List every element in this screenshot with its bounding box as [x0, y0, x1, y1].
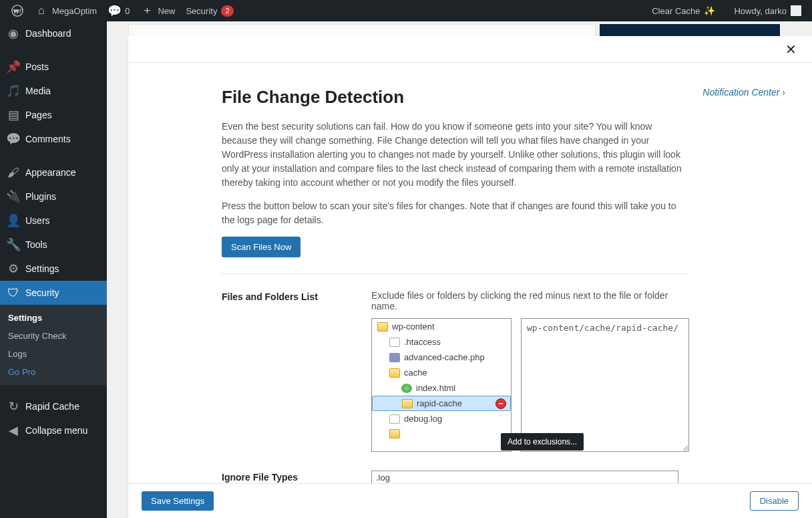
new-content-link[interactable]: +New: [135, 0, 180, 21]
clear-cache-label: Clear Cache: [652, 6, 700, 16]
folder-icon: [389, 429, 400, 438]
menu-label: Appearance: [25, 167, 76, 178]
tree-file-advanced-cache[interactable]: advanced-cache.php: [372, 350, 511, 365]
files-folders-label: Files and Folders List: [222, 290, 355, 452]
pin-icon: 📌: [7, 60, 20, 74]
security-bar-label: Security: [186, 6, 217, 16]
user-icon: 👤: [7, 214, 20, 227]
menu-label: Media: [25, 86, 51, 96]
html-icon: [401, 384, 412, 393]
gear-icon: ⚙: [7, 262, 20, 275]
submenu-logs[interactable]: Logs: [0, 345, 107, 363]
rapid-cache-icon: ↻: [7, 400, 20, 413]
exclude-button[interactable]: −: [495, 398, 506, 409]
comments-link[interactable]: 💬0: [102, 0, 135, 21]
exclusions-textarea[interactable]: [521, 318, 689, 452]
menu-comments[interactable]: 💬Comments: [0, 127, 107, 151]
collapse-label: Collapse menu: [25, 425, 87, 436]
avatar: [791, 5, 801, 16]
disable-button[interactable]: Disable: [750, 491, 799, 511]
modal-header: ✕: [128, 36, 812, 63]
page-title: File Change Detection: [222, 87, 689, 108]
comment-icon: 💬: [7, 132, 20, 146]
new-label: New: [158, 6, 175, 16]
menu-security[interactable]: 🛡Security: [0, 281, 107, 305]
shield-icon: 🛡: [7, 286, 20, 299]
media-icon: 🎵: [7, 84, 20, 98]
file-icon: [389, 414, 400, 424]
description-2: Press the button below to scan your site…: [222, 199, 689, 227]
collapse-icon: ◀: [7, 424, 20, 437]
plug-icon: 🔌: [7, 190, 20, 203]
files-folders-setting: Files and Folders List Exclude files or …: [222, 290, 689, 452]
tree-file-index-html[interactable]: index.html: [372, 380, 511, 396]
home-icon: ⌂: [35, 4, 48, 17]
scan-files-button[interactable]: Scan Files Now: [222, 237, 300, 257]
ignore-filetypes-setting: Ignore File Types .log .mo: [222, 471, 689, 483]
folder-icon: [402, 399, 413, 408]
tree-item-more[interactable]: [372, 426, 511, 441]
menu-posts[interactable]: 📌Posts: [0, 55, 107, 79]
menu-label: Comments: [25, 134, 71, 144]
menu-label: Users: [25, 215, 50, 226]
close-button[interactable]: ✕: [783, 41, 799, 57]
filetypes-textarea[interactable]: .log .mo: [371, 471, 678, 483]
save-settings-button[interactable]: Save Settings: [142, 491, 214, 511]
tree-folder-wp-content[interactable]: wp-content: [372, 319, 511, 334]
collapse-menu[interactable]: ◀Collapse menu: [0, 418, 107, 442]
brush-icon: 🖌: [7, 166, 20, 179]
folder-icon: [389, 368, 400, 378]
wordpress-icon: [11, 4, 24, 17]
security-submenu: Settings Security Check Logs Go Pro: [0, 305, 107, 385]
modal-body[interactable]: Notification Center File Change Detectio…: [128, 63, 812, 483]
menu-tools[interactable]: 🔧Tools: [0, 233, 107, 257]
menu-label: Security: [25, 287, 59, 298]
dashboard-icon: ◉: [7, 27, 20, 40]
tree-file-debug-log[interactable]: debug.log: [372, 411, 511, 426]
site-name-label: MegaOptim: [52, 6, 97, 16]
menu-settings[interactable]: ⚙Settings: [0, 257, 107, 281]
submenu-settings[interactable]: Settings: [0, 309, 107, 327]
menu-label: Plugins: [25, 191, 56, 202]
menu-media[interactable]: 🎵Media: [0, 79, 107, 103]
page-icon: ▤: [7, 108, 20, 122]
menu-label: Posts: [25, 61, 49, 72]
php-icon: [389, 353, 400, 362]
description-1: Even the best security solutions can fai…: [222, 120, 689, 190]
menu-users[interactable]: 👤Users: [0, 209, 107, 233]
submenu-security-check[interactable]: Security Check: [0, 327, 107, 345]
menu-pages[interactable]: ▤Pages: [0, 103, 107, 127]
greeting-label: Howdy, darko: [734, 6, 787, 16]
broom-icon: ✨: [704, 5, 715, 16]
file-tree[interactable]: wp-content .htaccess advanced-cache.php …: [371, 318, 512, 452]
security-link[interactable]: Security2: [180, 0, 238, 21]
menu-label: Settings: [25, 263, 59, 274]
menu-rapid-cache[interactable]: ↻Rapid Cache: [0, 394, 107, 418]
main-content-area: ✕ Notification Center File Change Detect…: [107, 21, 812, 518]
admin-top-bar: ⌂MegaOptim 💬0 +New Security2 Clear Cache…: [0, 0, 812, 21]
admin-sidebar: ◉Dashboard 📌Posts 🎵Media ▤Pages 💬Comment…: [0, 21, 107, 518]
notification-center-link[interactable]: Notification Center: [702, 87, 785, 98]
wrench-icon: 🔧: [7, 238, 20, 251]
settings-modal: ✕ Notification Center File Change Detect…: [128, 36, 812, 518]
menu-dashboard[interactable]: ◉Dashboard: [0, 21, 107, 45]
tree-folder-cache[interactable]: cache: [372, 365, 511, 380]
separator: [222, 273, 689, 274]
menu-appearance[interactable]: 🖌Appearance: [0, 160, 107, 184]
security-badge: 2: [221, 5, 233, 17]
menu-label: Dashboard: [25, 28, 71, 39]
modal-footer: Save Settings Disable: [128, 483, 812, 518]
tree-file-htaccess[interactable]: .htaccess: [372, 334, 511, 350]
submenu-go-pro[interactable]: Go Pro: [0, 363, 107, 381]
site-home-link[interactable]: ⌂MegaOptim: [29, 0, 102, 21]
files-folders-help: Exclude files or folders by clicking the…: [371, 290, 689, 311]
clear-cache-link[interactable]: Clear Cache✨: [646, 0, 721, 21]
comments-count: 0: [125, 6, 130, 16]
account-link[interactable]: Howdy, darko: [729, 0, 807, 21]
menu-label: Tools: [25, 239, 47, 250]
menu-plugins[interactable]: 🔌Plugins: [0, 184, 107, 209]
wp-logo[interactable]: [5, 0, 29, 21]
tooltip: Add to exclusions...: [501, 433, 584, 450]
file-icon: [389, 338, 400, 347]
tree-folder-rapid-cache[interactable]: rapid-cache −: [372, 396, 511, 411]
